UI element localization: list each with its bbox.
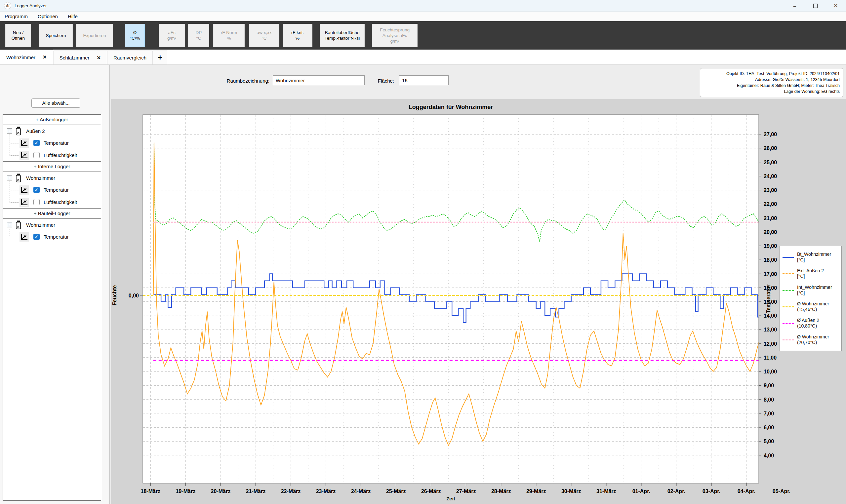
chart-type-icon	[19, 151, 29, 160]
close-button[interactable]: ✕	[826, 0, 846, 11]
x-axis-tick-label: 25-März	[386, 488, 406, 494]
x-axis-tick-label: 01-Apr.	[632, 488, 650, 494]
toolbar-button-label: rF krit.	[291, 30, 304, 35]
legend-label: Ø Außen 2(10,80°C)	[797, 318, 819, 329]
chart-legend: Bt_Wohnzimmer[°C]Ext_Außen 2[°C]Int_Wohn…	[779, 246, 842, 351]
toolbar-button-label: Temp.-faktor f-Rsi	[325, 35, 360, 41]
info-line: Adresse: Große Wasserstr. 1, 12345 Moord…	[703, 77, 840, 83]
logger-row[interactable]: −Wohnzimmer	[3, 172, 101, 184]
toolbar-button-label: aw x,xx	[256, 30, 271, 35]
logger-channels: ✓TemperaturLuftfeuchtigkeit	[3, 137, 101, 161]
logger-section-header[interactable]: + Außenlogger	[3, 115, 101, 125]
toolbar-button-label: Bauteiloberfläche	[325, 30, 359, 35]
toolbar-button-afc: aFcg/m³	[159, 24, 185, 47]
right-axis-tick-label: 12,00	[764, 341, 777, 347]
logger-name: Wohnzimmer	[26, 222, 55, 228]
tab-bar: Wohnzimmer✕Schlafzimmer✕Raumvergleich+	[0, 50, 846, 65]
logger-tree: + Außenlogger−Außen 2✓TemperaturLuftfeuc…	[3, 114, 101, 501]
legend-label-line1: Ø Wohnzimmer	[797, 334, 829, 340]
channel-checkbox[interactable]: ✓	[33, 140, 40, 146]
legend-label: Ø Wohnzimmer(20,70°C)	[797, 334, 829, 345]
x-axis-title: Zeit	[446, 496, 455, 501]
legend-label: Int_Wohnzimmer[°C]	[797, 285, 832, 296]
window-controls: – ✕	[785, 0, 846, 11]
legend-item: Ø Wohnzimmer(15,46°C)	[780, 299, 841, 315]
object-info-box: Objekt-ID: THA_Test_Vorführung; Projekt-…	[700, 68, 843, 97]
toolbar-button-dp: DP°C	[188, 24, 209, 47]
toolbar-button-feuchtesprung: FeuchtesprungAnalyse aFcg/m³	[372, 24, 417, 47]
new-tab-button[interactable]: +	[153, 51, 167, 65]
menu-item-programm[interactable]: Programm	[5, 14, 28, 19]
channel-checkbox[interactable]: ✓	[33, 234, 40, 240]
right-axis-tick-label: 27,00	[764, 131, 777, 137]
right-axis-tick-label: 8,00	[764, 397, 774, 402]
logger-section-header[interactable]: + Bauteil-Logger	[3, 208, 101, 219]
channel-row: ✓Temperatur	[3, 231, 101, 243]
toolbar-button-label: rF Norm	[221, 30, 237, 35]
toolbar-button-label: g/m³	[167, 35, 176, 41]
toolbar-button--[interactable]: Ø°C/%	[125, 24, 145, 47]
channel-checkbox[interactable]: ✓	[33, 187, 40, 193]
right-axis-tick-label: 20,00	[764, 229, 777, 235]
toolbar-button-label: aFc	[168, 30, 176, 35]
right-axis-tick-label: 11,00	[764, 355, 777, 361]
tab-label: Schlafzimmer	[59, 55, 90, 60]
maximize-button[interactable]	[805, 0, 826, 11]
toolbar-button-aw-x-xx: aw x,xx°C	[249, 24, 280, 47]
legend-label-line1: Int_Wohnzimmer	[797, 285, 832, 290]
menu-item-hilfe[interactable]: Hilfe	[68, 14, 78, 19]
channel-checkbox[interactable]	[33, 199, 40, 205]
legend-label-line1: Ext_Außen 2	[797, 268, 824, 274]
chart-title: Loggerdaten für Wohnzimmer	[409, 104, 493, 110]
toolbar-button-label: DP	[196, 30, 202, 35]
toolbar-button-label: °C	[262, 35, 267, 41]
tab-raumvergleich[interactable]: Raumvergleich	[107, 51, 153, 65]
right-axis-tick-label: 6,00	[764, 425, 774, 430]
toolbar-button-rf-krit-[interactable]: rF krit.%	[283, 24, 312, 47]
toolbar-button-label: Öffnen	[12, 35, 25, 41]
tree-expander-icon[interactable]: −	[7, 175, 12, 180]
x-axis-tick-label: 30-März	[561, 488, 581, 494]
deselect-all-button[interactable]: Alle abwäh...	[31, 98, 80, 108]
toolbar-button-label: Speichern	[46, 33, 66, 38]
tab-schlafzimmer[interactable]: Schlafzimmer✕	[53, 51, 107, 65]
legend-line-swatch	[782, 273, 794, 274]
legend-item: Int_Wohnzimmer[°C]	[780, 282, 841, 299]
chart-panel: Loggerdaten für Wohnzimmer27,0026,0025,0…	[111, 99, 846, 504]
logger-row[interactable]: −Außen 2	[3, 125, 101, 137]
right-axis-tick-label: 19,00	[764, 243, 777, 249]
chart-type-icon	[19, 232, 29, 241]
tab-close-icon[interactable]: ✕	[43, 54, 47, 60]
right-axis-tick-label: 4,00	[764, 453, 774, 458]
tab-label: Raumvergleich	[113, 55, 146, 60]
toolbar-button-speichern[interactable]: Speichern	[39, 24, 73, 47]
logger-device-icon	[16, 127, 22, 136]
x-axis-tick-label: 18-März	[141, 488, 161, 494]
room-name-input[interactable]	[273, 75, 365, 85]
maximize-icon	[813, 4, 817, 8]
logger-row[interactable]: −Wohnzimmer	[3, 219, 101, 231]
toolbar-button-bauteiloberfläche[interactable]: BauteiloberflächeTemp.-faktor f-Rsi	[320, 24, 365, 47]
chart-type-icon	[19, 185, 29, 195]
tab-close-icon[interactable]: ✕	[97, 55, 101, 61]
legend-item: Ext_Außen 2[°C]	[780, 265, 841, 282]
x-axis-tick-label: 27-März	[456, 488, 476, 494]
minimize-button[interactable]: –	[785, 0, 805, 11]
logger-channels: ✓TemperaturLuftfeuchtigkeit	[3, 184, 101, 208]
toolbar-button-neu-[interactable]: Neu /Öffnen	[5, 24, 31, 47]
right-axis-tick-label: 13,00	[764, 327, 777, 332]
legend-label: Ø Wohnzimmer(15,46°C)	[797, 301, 829, 312]
logger-section-header[interactable]: + Interne Logger	[3, 161, 101, 172]
channel-row: ✓Temperatur	[3, 137, 101, 149]
tree-expander-icon[interactable]: −	[7, 128, 12, 133]
menu-bar: ProgrammOptionenHilfe	[0, 12, 846, 21]
tab-wohnzimmer[interactable]: Wohnzimmer✕	[0, 50, 53, 65]
x-axis-tick-label: 26-März	[421, 488, 441, 494]
right-axis-tick-label: 23,00	[764, 187, 777, 193]
channel-checkbox[interactable]	[33, 152, 40, 158]
tree-expander-icon[interactable]: −	[7, 222, 12, 228]
x-axis-tick-label: 23-März	[316, 488, 336, 494]
menu-item-optionen[interactable]: Optionen	[38, 14, 58, 19]
area-input[interactable]	[399, 75, 449, 85]
toolbar-button-label: °C/%	[130, 35, 140, 41]
